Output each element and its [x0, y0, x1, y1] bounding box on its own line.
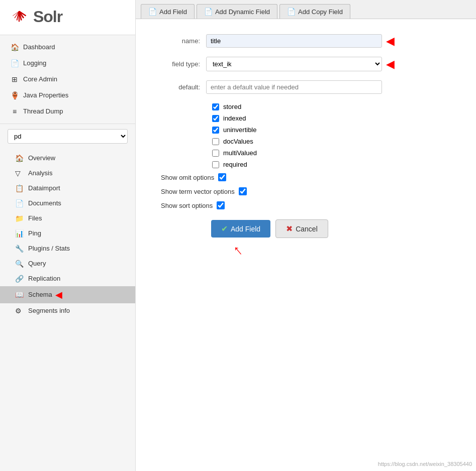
- sidebar-item-core-admin[interactable]: ⊞ Core Admin: [0, 71, 135, 87]
- checkbox-multivalued-label: multiValued: [223, 149, 257, 157]
- checkbox-indexed[interactable]: [212, 115, 219, 122]
- core-selector: pd: [8, 129, 128, 144]
- core-select-dropdown[interactable]: pd: [8, 129, 128, 144]
- name-input[interactable]: [206, 34, 382, 48]
- sidebar-item-documents[interactable]: 📄 Documents: [0, 196, 135, 211]
- name-label: name:: [156, 37, 206, 45]
- add-field-button[interactable]: ✔ Add Field: [211, 220, 270, 238]
- tab-add-copy-field-label: Add Copy Field: [298, 8, 343, 16]
- dashboard-label: Dashboard: [23, 43, 55, 51]
- main-nav: 🏠 Dashboard 📄 Logging ⊞ Core Admin 🏺 Jav…: [0, 35, 135, 124]
- field-type-row: field type: text_ik text_general string …: [156, 57, 456, 71]
- logo-label: Solr: [33, 8, 62, 26]
- checkbox-required[interactable]: [212, 161, 219, 168]
- default-row: default:: [156, 80, 456, 94]
- cancel-btn-label: Cancel: [296, 225, 318, 233]
- add-dynamic-field-tab-icon: 📄: [204, 8, 213, 16]
- show-omit-label: Show omit options: [161, 174, 214, 181]
- solr-logo-icon: [10, 9, 28, 27]
- checkbox-uninvertible[interactable]: [212, 127, 219, 134]
- show-term-vector-label: Show term vector options: [161, 188, 235, 195]
- add-field-tab-icon: 📄: [148, 8, 157, 16]
- dataimport-icon: 📋: [15, 184, 24, 193]
- tab-add-dynamic-field[interactable]: 📄 Add Dynamic Field: [197, 4, 277, 19]
- field-type-select[interactable]: text_ik text_general string int: [206, 57, 382, 71]
- default-input[interactable]: [206, 80, 382, 94]
- java-properties-label: Java Properties: [23, 91, 68, 99]
- sidebar-item-replication[interactable]: 🔗 Replication: [0, 271, 135, 286]
- cancel-button[interactable]: ✖ Cancel: [275, 219, 328, 238]
- files-label: Files: [28, 214, 42, 222]
- overview-icon: 🏠: [15, 154, 24, 163]
- documents-label: Documents: [28, 199, 61, 207]
- field-type-select-container: text_ik text_general string int ◀: [206, 57, 395, 71]
- sidebar-item-dashboard[interactable]: 🏠 Dashboard: [0, 39, 135, 55]
- sidebar-item-plugins-stats[interactable]: 🔧 Plugins / Stats: [0, 241, 135, 256]
- show-sort-toggle[interactable]: [217, 201, 225, 209]
- sidebar-item-ping[interactable]: 📊 Ping: [0, 226, 135, 241]
- name-red-arrow: ◀: [386, 36, 395, 47]
- tab-add-field-label: Add Field: [159, 8, 187, 16]
- logo-area: Solr: [0, 0, 135, 35]
- plugins-stats-label: Plugins / Stats: [28, 245, 70, 252]
- sidebar-item-logging[interactable]: 📄 Logging: [0, 55, 135, 71]
- schema-arrow: ◀: [55, 289, 62, 300]
- thread-dump-label: Thread Dump: [23, 107, 63, 115]
- checkbox-stored[interactable]: [212, 103, 219, 110]
- checkbox-docvalues-row: docValues: [212, 138, 456, 145]
- sidebar-item-query[interactable]: 🔍 Query: [0, 256, 135, 271]
- java-properties-icon: 🏺: [10, 91, 19, 100]
- sidebar-item-overview[interactable]: 🏠 Overview: [0, 151, 135, 166]
- checkbox-multivalued[interactable]: [212, 150, 219, 157]
- sub-nav: 🏠 Overview ▽ Analysis 📋 Dataimport 📄 Doc…: [0, 149, 135, 320]
- show-term-vector-row: Show term vector options: [156, 187, 456, 195]
- checkbox-uninvertible-label: uninvertible: [223, 126, 257, 134]
- dataimport-label: Dataimport: [28, 184, 60, 192]
- top-tabs: 📄 Add Field 📄 Add Dynamic Field 📄 Add Co…: [136, 0, 476, 19]
- segments-info-label: Segments info: [28, 307, 70, 314]
- checkbox-required-row: required: [212, 161, 456, 168]
- checkboxes-area: stored indexed uninvertible docValues mu…: [212, 103, 456, 168]
- tab-add-copy-field[interactable]: 📄 Add Copy Field: [279, 4, 350, 19]
- overview-label: Overview: [28, 154, 55, 162]
- show-omit-toggle[interactable]: [218, 173, 226, 181]
- ping-label: Ping: [28, 229, 41, 237]
- show-term-vector-toggle[interactable]: [239, 187, 247, 195]
- checkbox-stored-row: stored: [212, 103, 456, 110]
- sidebar-item-schema[interactable]: 📖 Schema ◀: [0, 286, 135, 303]
- add-field-red-arrow: ↑: [229, 241, 246, 259]
- watermark: https://blog.csdn.net/weixin_38305440: [378, 461, 472, 467]
- dashboard-icon: 🏠: [10, 43, 19, 52]
- schema-label: Schema: [28, 291, 52, 298]
- query-label: Query: [28, 260, 46, 267]
- core-admin-label: Core Admin: [23, 75, 57, 83]
- checkbox-indexed-row: indexed: [212, 114, 456, 122]
- sidebar-item-thread-dump[interactable]: ≡ Thread Dump: [0, 103, 135, 120]
- field-type-red-arrow: ◀: [386, 59, 395, 70]
- checkbox-docvalues[interactable]: [212, 138, 219, 145]
- logging-label: Logging: [23, 59, 46, 67]
- query-icon: 🔍: [15, 259, 24, 268]
- sidebar-item-segments-info[interactable]: ⚙ Segments info: [0, 303, 135, 318]
- schema-form: name: ◀ field type: text_ik text_general…: [136, 19, 476, 253]
- main-content: 📄 Add Field 📄 Add Dynamic Field 📄 Add Co…: [136, 0, 476, 471]
- sidebar-item-files[interactable]: 📁 Files: [0, 211, 135, 226]
- checkbox-indexed-label: indexed: [223, 114, 246, 122]
- core-admin-icon: ⊞: [10, 75, 19, 84]
- default-label: default:: [156, 83, 206, 91]
- sidebar-item-java-properties[interactable]: 🏺 Java Properties: [0, 87, 135, 103]
- tab-add-field[interactable]: 📄 Add Field: [141, 4, 195, 19]
- ping-icon: 📊: [15, 229, 24, 238]
- sidebar-item-dataimport[interactable]: 📋 Dataimport: [0, 181, 135, 196]
- plugins-stats-icon: 🔧: [15, 244, 24, 253]
- show-omit-row: Show omit options: [156, 173, 456, 181]
- name-input-container: ◀: [206, 34, 395, 48]
- tab-add-dynamic-field-label: Add Dynamic Field: [215, 8, 270, 16]
- show-sort-label: Show sort options: [161, 202, 213, 209]
- add-copy-field-tab-icon: 📄: [287, 8, 296, 16]
- checkbox-docvalues-label: docValues: [223, 138, 253, 145]
- sidebar: Solr 🏠 Dashboard 📄 Logging ⊞ Core Admin …: [0, 0, 136, 471]
- sidebar-item-analysis[interactable]: ▽ Analysis: [0, 166, 135, 181]
- schema-icon: 📖: [15, 290, 24, 299]
- add-field-check-icon: ✔: [221, 224, 228, 233]
